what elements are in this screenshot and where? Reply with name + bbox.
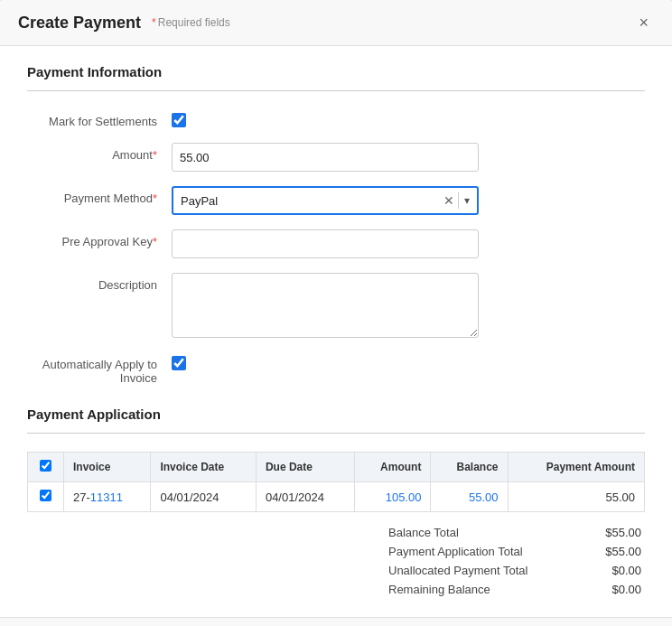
modal-header: Create Payment *Required fields × xyxy=(0,0,672,46)
col-header-due-date: Due Date xyxy=(256,453,354,482)
invoice-link[interactable]: 11311 xyxy=(90,491,123,504)
modal-title: Create Payment xyxy=(18,14,141,33)
payment-app-divider xyxy=(27,433,645,434)
balance-total-row: Balance Total $55.00 xyxy=(388,523,641,542)
payment-method-select[interactable]: PayPal ✕ ▾ xyxy=(172,186,479,215)
remaining-balance-row: Remaining Balance $0.00 xyxy=(388,580,641,599)
table-row: 27-11311 04/01/2024 04/01/2024 105.00 55… xyxy=(28,482,645,512)
auto-apply-label: Automatically Apply to Invoice xyxy=(27,352,172,385)
mark-for-settlements-checkbox[interactable] xyxy=(172,113,186,127)
payment-method-group: Payment Method* PayPal ✕ ▾ xyxy=(27,186,645,215)
totals-section: Balance Total $55.00 Payment Application… xyxy=(27,523,645,599)
payment-application-total-value: $55.00 xyxy=(605,545,641,558)
description-group: Description xyxy=(27,273,645,338)
payment-method-select-wrapper[interactable]: PayPal ✕ ▾ xyxy=(172,186,479,215)
auto-apply-checkbox-wrap xyxy=(172,352,186,370)
table-header: Invoice Invoice Date Due Date Amount Bal… xyxy=(28,453,645,482)
balance-total-label: Balance Total xyxy=(388,526,459,539)
invoice-prefix: 27- xyxy=(73,491,90,504)
payment-table: Invoice Invoice Date Due Date Amount Bal… xyxy=(27,452,645,512)
unallocated-total-row: Unallocated Payment Total $0.00 xyxy=(388,561,641,580)
row-due-date-cell: 04/01/2024 xyxy=(256,482,354,512)
pre-approval-key-input[interactable] xyxy=(172,229,479,258)
row-invoice-date-cell: 04/01/2024 xyxy=(151,482,256,512)
col-header-balance: Balance xyxy=(431,453,508,482)
remaining-balance-value: $0.00 xyxy=(611,583,641,596)
unallocated-total-label: Unallocated Payment Total xyxy=(388,564,527,577)
unallocated-total-value: $0.00 xyxy=(611,564,641,577)
select-divider xyxy=(458,192,459,209)
amount-group: Amount* xyxy=(27,143,645,172)
payment-application-section: Payment Application Invoice Invoice Date… xyxy=(27,406,645,599)
payment-application-total-label: Payment Application Total xyxy=(388,545,523,558)
mark-for-settlements-group: Mark for Settlements xyxy=(27,109,645,128)
row-balance-value: 55.00 xyxy=(469,491,499,504)
amount-label: Amount* xyxy=(27,143,172,162)
mark-for-settlements-checkbox-wrap xyxy=(172,109,186,127)
row-amount-value: 105.00 xyxy=(386,491,422,504)
col-header-checkbox xyxy=(28,453,64,482)
col-header-amount: Amount xyxy=(355,453,431,482)
row-amount-cell: 105.00 xyxy=(355,482,431,512)
row-payment-amount-cell: 55.00 xyxy=(508,482,644,512)
amount-input[interactable] xyxy=(172,143,479,172)
mark-for-settlements-label: Mark for Settlements xyxy=(27,109,172,128)
auto-apply-checkbox[interactable] xyxy=(172,356,186,370)
select-all-checkbox[interactable] xyxy=(40,460,51,472)
description-label: Description xyxy=(27,273,172,292)
row-checkbox[interactable] xyxy=(40,490,51,501)
payment-method-label: Payment Method* xyxy=(27,186,172,205)
payment-application-total-row: Payment Application Total $55.00 xyxy=(388,542,641,561)
required-notice: *Required fields xyxy=(152,16,230,29)
modal-footer: Create Another Cancel Submit xyxy=(0,617,672,626)
row-balance-cell: 55.00 xyxy=(431,482,508,512)
remaining-balance-label: Remaining Balance xyxy=(388,583,490,596)
payment-method-value: PayPal xyxy=(181,194,443,208)
select-clear-icon[interactable]: ✕ xyxy=(443,193,454,208)
col-header-payment-amount: Payment Amount xyxy=(508,453,644,482)
payment-information-title: Payment Information xyxy=(27,64,645,79)
payment-application-title: Payment Application xyxy=(27,406,645,422)
description-input[interactable] xyxy=(172,273,479,338)
create-payment-modal: Create Payment *Required fields × Paymen… xyxy=(0,0,672,626)
payment-information-section: Payment Information Mark for Settlements… xyxy=(27,64,645,385)
modal-body: Payment Information Mark for Settlements… xyxy=(0,46,672,617)
chevron-down-icon: ▾ xyxy=(464,194,470,207)
row-invoice-cell: 27-11311 xyxy=(64,482,151,512)
col-header-invoice-date: Invoice Date xyxy=(151,453,256,482)
col-header-invoice: Invoice xyxy=(64,453,151,482)
required-asterisk: * xyxy=(152,16,156,29)
close-button[interactable]: × xyxy=(633,13,654,33)
section-divider xyxy=(27,90,645,91)
table-body: 27-11311 04/01/2024 04/01/2024 105.00 55… xyxy=(28,482,645,512)
pre-approval-key-label: Pre Approval Key* xyxy=(27,229,172,248)
pre-approval-key-group: Pre Approval Key* xyxy=(27,229,645,258)
balance-total-value: $55.00 xyxy=(605,526,641,539)
auto-apply-group: Automatically Apply to Invoice xyxy=(27,352,645,385)
row-checkbox-cell xyxy=(28,482,64,512)
